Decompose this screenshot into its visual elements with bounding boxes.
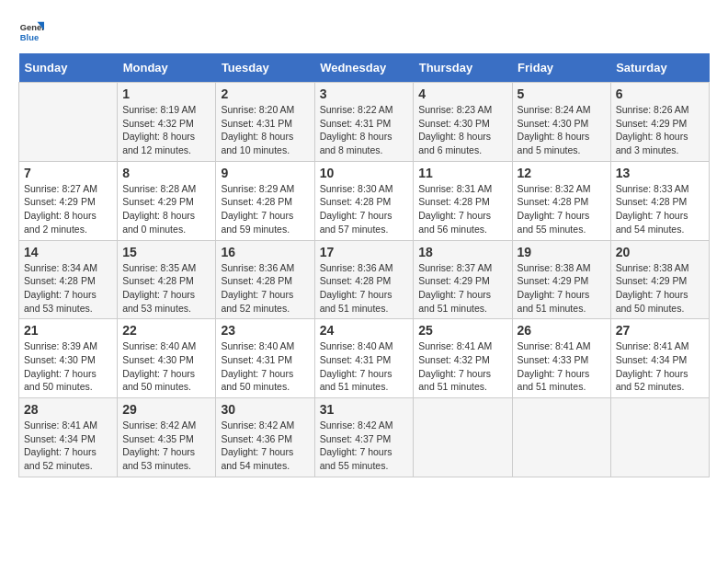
day-info: Sunrise: 8:38 AMSunset: 4:29 PMDaylight:… bbox=[518, 261, 606, 316]
day-number: 15 bbox=[122, 245, 210, 259]
day-info: Sunrise: 8:40 AMSunset: 4:31 PMDaylight:… bbox=[221, 339, 309, 394]
day-info: Sunrise: 8:19 AMSunset: 4:32 PMDaylight:… bbox=[122, 103, 210, 157]
day-number: 18 bbox=[418, 245, 506, 259]
day-cell: 14Sunrise: 8:34 AMSunset: 4:28 PMDayligh… bbox=[19, 240, 118, 319]
day-info: Sunrise: 8:41 AMSunset: 4:34 PMDaylight:… bbox=[616, 339, 704, 394]
day-cell: 16Sunrise: 8:36 AMSunset: 4:28 PMDayligh… bbox=[216, 240, 314, 319]
header-sunday: Sunday bbox=[19, 53, 118, 83]
week-row-2: 7Sunrise: 8:27 AMSunset: 4:29 PMDaylight… bbox=[19, 161, 710, 240]
day-cell: 8Sunrise: 8:28 AMSunset: 4:29 PMDaylight… bbox=[118, 161, 216, 240]
day-cell: 25Sunrise: 8:41 AMSunset: 4:32 PMDayligh… bbox=[414, 319, 512, 398]
day-info: Sunrise: 8:35 AMSunset: 4:28 PMDaylight:… bbox=[122, 261, 210, 316]
day-number: 6 bbox=[616, 86, 704, 101]
day-info: Sunrise: 8:36 AMSunset: 4:28 PMDaylight:… bbox=[221, 261, 309, 316]
day-number: 10 bbox=[320, 166, 409, 180]
day-number: 20 bbox=[616, 245, 704, 259]
day-cell: 26Sunrise: 8:41 AMSunset: 4:33 PMDayligh… bbox=[512, 319, 610, 398]
calendar-table: SundayMondayTuesdayWednesdayThursdayFrid… bbox=[18, 53, 710, 477]
header-saturday: Saturday bbox=[610, 53, 709, 83]
day-number: 23 bbox=[221, 323, 309, 338]
day-cell: 27Sunrise: 8:41 AMSunset: 4:34 PMDayligh… bbox=[610, 319, 709, 398]
day-number: 26 bbox=[518, 323, 606, 338]
day-info: Sunrise: 8:33 AMSunset: 4:28 PMDaylight:… bbox=[616, 182, 704, 236]
day-info: Sunrise: 8:39 AMSunset: 4:30 PMDaylight:… bbox=[24, 339, 112, 394]
day-cell: 10Sunrise: 8:30 AMSunset: 4:28 PMDayligh… bbox=[314, 161, 414, 240]
header-wednesday: Wednesday bbox=[314, 53, 414, 83]
day-cell: 23Sunrise: 8:40 AMSunset: 4:31 PMDayligh… bbox=[216, 319, 314, 398]
day-cell: 22Sunrise: 8:40 AMSunset: 4:30 PMDayligh… bbox=[118, 319, 216, 398]
day-cell: 30Sunrise: 8:42 AMSunset: 4:36 PMDayligh… bbox=[216, 398, 314, 477]
day-info: Sunrise: 8:29 AMSunset: 4:28 PMDaylight:… bbox=[221, 182, 309, 236]
week-row-4: 21Sunrise: 8:39 AMSunset: 4:30 PMDayligh… bbox=[19, 319, 710, 398]
day-cell: 29Sunrise: 8:42 AMSunset: 4:35 PMDayligh… bbox=[118, 398, 216, 477]
day-cell: 19Sunrise: 8:38 AMSunset: 4:29 PMDayligh… bbox=[512, 240, 610, 319]
day-cell: 17Sunrise: 8:36 AMSunset: 4:28 PMDayligh… bbox=[314, 240, 414, 319]
svg-text:Blue: Blue bbox=[20, 33, 39, 42]
day-info: Sunrise: 8:42 AMSunset: 4:37 PMDaylight:… bbox=[320, 419, 409, 473]
day-number: 5 bbox=[518, 86, 606, 101]
day-info: Sunrise: 8:41 AMSunset: 4:34 PMDaylight:… bbox=[24, 419, 112, 473]
day-number: 22 bbox=[122, 323, 210, 338]
day-number: 24 bbox=[320, 323, 409, 338]
day-cell: 9Sunrise: 8:29 AMSunset: 4:28 PMDaylight… bbox=[216, 161, 314, 240]
day-number: 16 bbox=[221, 245, 309, 259]
day-info: Sunrise: 8:36 AMSunset: 4:28 PMDaylight:… bbox=[320, 261, 409, 316]
day-cell: 18Sunrise: 8:37 AMSunset: 4:29 PMDayligh… bbox=[414, 240, 512, 319]
day-info: Sunrise: 8:22 AMSunset: 4:31 PMDaylight:… bbox=[320, 103, 409, 157]
day-cell: 12Sunrise: 8:32 AMSunset: 4:28 PMDayligh… bbox=[512, 161, 610, 240]
day-number: 4 bbox=[418, 86, 506, 101]
day-number: 3 bbox=[320, 86, 409, 101]
day-number: 21 bbox=[24, 323, 112, 338]
day-info: Sunrise: 8:41 AMSunset: 4:33 PMDaylight:… bbox=[518, 339, 606, 394]
day-number: 13 bbox=[616, 166, 704, 180]
header-monday: Monday bbox=[118, 53, 216, 83]
day-cell: 11Sunrise: 8:31 AMSunset: 4:28 PMDayligh… bbox=[414, 161, 512, 240]
day-info: Sunrise: 8:23 AMSunset: 4:30 PMDaylight:… bbox=[418, 103, 506, 157]
day-info: Sunrise: 8:20 AMSunset: 4:31 PMDaylight:… bbox=[221, 103, 309, 157]
header-tuesday: Tuesday bbox=[216, 53, 314, 83]
day-number: 25 bbox=[418, 323, 506, 338]
day-number: 14 bbox=[24, 245, 112, 259]
day-cell: 13Sunrise: 8:33 AMSunset: 4:28 PMDayligh… bbox=[610, 161, 709, 240]
day-cell: 24Sunrise: 8:40 AMSunset: 4:31 PMDayligh… bbox=[314, 319, 414, 398]
day-number: 9 bbox=[221, 166, 309, 180]
day-info: Sunrise: 8:41 AMSunset: 4:32 PMDaylight:… bbox=[418, 339, 506, 394]
day-cell bbox=[19, 83, 118, 162]
day-number: 29 bbox=[122, 402, 210, 417]
day-cell: 28Sunrise: 8:41 AMSunset: 4:34 PMDayligh… bbox=[19, 398, 118, 477]
day-info: Sunrise: 8:38 AMSunset: 4:29 PMDaylight:… bbox=[616, 261, 704, 316]
day-info: Sunrise: 8:34 AMSunset: 4:28 PMDaylight:… bbox=[24, 261, 112, 316]
day-cell: 7Sunrise: 8:27 AMSunset: 4:29 PMDaylight… bbox=[19, 161, 118, 240]
header-friday: Friday bbox=[512, 53, 610, 83]
day-info: Sunrise: 8:42 AMSunset: 4:35 PMDaylight:… bbox=[122, 419, 210, 473]
day-number: 31 bbox=[320, 402, 409, 417]
day-info: Sunrise: 8:42 AMSunset: 4:36 PMDaylight:… bbox=[221, 419, 309, 473]
day-number: 30 bbox=[221, 402, 309, 417]
day-cell bbox=[414, 398, 512, 477]
day-info: Sunrise: 8:37 AMSunset: 4:29 PMDaylight:… bbox=[418, 261, 506, 316]
day-number: 11 bbox=[418, 166, 506, 180]
day-cell: 5Sunrise: 8:24 AMSunset: 4:30 PMDaylight… bbox=[512, 83, 610, 162]
day-number: 27 bbox=[616, 323, 704, 338]
day-cell: 20Sunrise: 8:38 AMSunset: 4:29 PMDayligh… bbox=[610, 240, 709, 319]
day-cell bbox=[610, 398, 709, 477]
day-cell: 3Sunrise: 8:22 AMSunset: 4:31 PMDaylight… bbox=[314, 83, 414, 162]
day-cell: 21Sunrise: 8:39 AMSunset: 4:30 PMDayligh… bbox=[19, 319, 118, 398]
day-number: 7 bbox=[24, 166, 112, 180]
header-thursday: Thursday bbox=[414, 53, 512, 83]
day-number: 2 bbox=[221, 86, 309, 101]
day-cell: 1Sunrise: 8:19 AMSunset: 4:32 PMDaylight… bbox=[118, 83, 216, 162]
day-info: Sunrise: 8:30 AMSunset: 4:28 PMDaylight:… bbox=[320, 182, 409, 236]
day-cell: 6Sunrise: 8:26 AMSunset: 4:29 PMDaylight… bbox=[610, 83, 709, 162]
day-number: 1 bbox=[122, 86, 210, 101]
day-cell: 2Sunrise: 8:20 AMSunset: 4:31 PMDaylight… bbox=[216, 83, 314, 162]
week-row-1: 1Sunrise: 8:19 AMSunset: 4:32 PMDaylight… bbox=[19, 83, 710, 162]
day-cell: 31Sunrise: 8:42 AMSunset: 4:37 PMDayligh… bbox=[314, 398, 414, 477]
day-number: 12 bbox=[518, 166, 606, 180]
page-header: General Blue bbox=[18, 18, 710, 44]
week-row-5: 28Sunrise: 8:41 AMSunset: 4:34 PMDayligh… bbox=[19, 398, 710, 477]
day-number: 8 bbox=[122, 166, 210, 180]
header-row: SundayMondayTuesdayWednesdayThursdayFrid… bbox=[19, 53, 710, 83]
day-cell bbox=[512, 398, 610, 477]
day-info: Sunrise: 8:40 AMSunset: 4:30 PMDaylight:… bbox=[122, 339, 210, 394]
